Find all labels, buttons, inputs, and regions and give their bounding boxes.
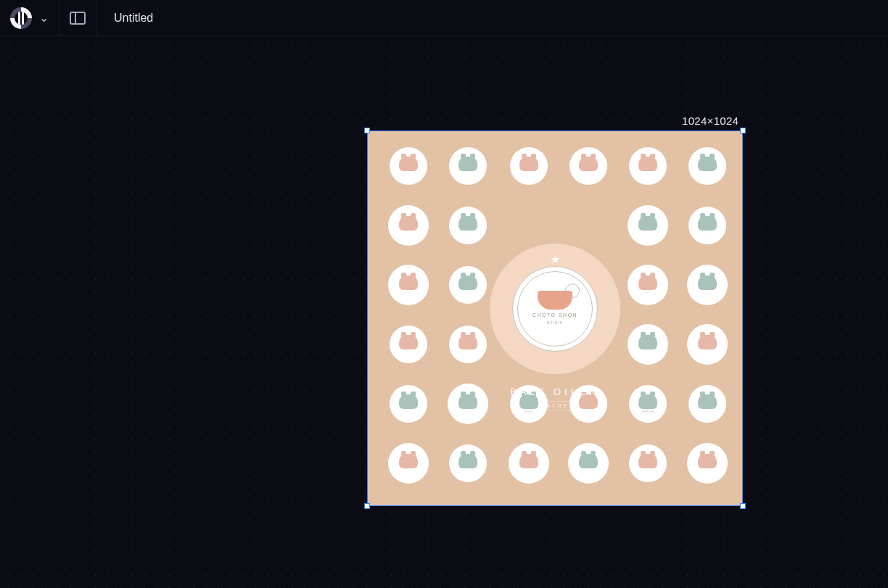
badge-item: ···: [688, 147, 726, 185]
badge-label: SALLE: [642, 410, 654, 414]
animal-icon: [519, 454, 538, 468]
badge-label: ···: [406, 232, 410, 236]
badge-item: ···: [510, 147, 548, 185]
animal-icon: [579, 157, 598, 171]
artboard-dimensions-label: 1024×1024: [682, 115, 739, 127]
badge-label: ···: [646, 470, 649, 473]
badge-item: ···: [629, 147, 667, 185]
badge-item: SALLE: [629, 385, 667, 423]
animal-icon: [399, 276, 418, 290]
badge-label: ···: [705, 410, 709, 414]
panel-icon: [70, 12, 86, 25]
badge-item: ···: [570, 444, 607, 482]
panel-toggle-button[interactable]: [59, 0, 96, 36]
badge-item: ···: [449, 147, 487, 185]
badge-item: ···: [688, 266, 726, 304]
badge-label: ···: [586, 410, 590, 414]
badge-label: ···: [466, 291, 469, 295]
badge-label: ···: [646, 291, 649, 295]
badge-label: ···: [705, 173, 709, 176]
animal-icon: [399, 216, 418, 231]
badge-label: ···: [705, 232, 709, 236]
badge-item: ···: [629, 266, 667, 304]
app-menu-button[interactable]: ⌄: [0, 0, 59, 36]
badge-label: ···: [406, 410, 410, 414]
animal-icon: [698, 157, 717, 171]
center-medallion: ★ CHOTO SHON BAIBIE: [490, 244, 620, 374]
badge-label: ···: [705, 351, 709, 355]
brand-text: BALT OILEN BALNE: [510, 386, 600, 410]
animal-icon: [638, 394, 657, 409]
badge-item: ···: [390, 266, 427, 304]
brand-subtitle: BALNE: [537, 401, 573, 410]
animal-icon: [459, 335, 477, 349]
badge-item: ···: [390, 147, 427, 185]
badge-label: ···: [406, 470, 410, 473]
badge-item: ···: [688, 326, 726, 363]
animal-icon: [459, 157, 477, 171]
badge-label: ···: [586, 173, 590, 176]
badge-label: VOLI: [525, 410, 533, 414]
animal-icon: [459, 454, 477, 468]
badge-label: ···: [466, 470, 469, 473]
badge-label: ···: [527, 470, 530, 473]
badge-label: ···: [406, 173, 410, 176]
badge-label: ···: [705, 470, 709, 473]
badge-item: ···: [510, 444, 548, 482]
badge-item: ···: [449, 207, 487, 244]
badge-label: ···: [586, 470, 590, 473]
badge-label: ···: [466, 232, 469, 236]
animal-icon: [459, 276, 477, 290]
badge-item: ···: [390, 207, 427, 244]
badge-item: ···: [390, 326, 427, 363]
medallion-subtitle: BAIBIE: [547, 320, 563, 325]
badge-label: ···: [646, 173, 649, 176]
badge-item: ···: [629, 326, 667, 363]
badge-label: ···: [705, 291, 709, 295]
animal-icon: [459, 394, 477, 409]
badge-label: ···: [466, 351, 469, 355]
animal-icon: [459, 216, 477, 231]
badge-label: ···: [466, 173, 469, 176]
animal-icon: [399, 454, 418, 468]
badge-item: ···: [390, 444, 427, 482]
badge-item: ···: [449, 266, 487, 304]
badge-item: ···: [449, 444, 487, 482]
animal-icon: [399, 335, 418, 349]
animal-icon: [698, 216, 717, 231]
animal-icon: [579, 454, 598, 468]
animal-icon: [638, 157, 657, 171]
topbar: ⌄ Untitled: [0, 0, 888, 36]
medallion-title: CHOTO SHON: [533, 312, 577, 318]
artboard-content[interactable]: ········································…: [368, 131, 742, 505]
animal-icon: [698, 454, 717, 468]
chevron-down-icon: ⌄: [39, 11, 49, 25]
animal-icon: [698, 394, 717, 409]
badge-item: ···: [449, 385, 487, 423]
animal-icon: [638, 216, 657, 231]
star-icon: ★: [550, 252, 560, 266]
animal-icon: [638, 276, 657, 290]
badge-item: ···: [688, 207, 726, 244]
badge-item: ···: [688, 385, 726, 423]
badge-item: ···: [688, 444, 726, 482]
badge-label: ···: [466, 410, 469, 414]
animal-icon: [519, 157, 538, 171]
brand-name: BALT OILEN: [510, 386, 600, 397]
document-title[interactable]: Untitled: [96, 12, 153, 25]
badge-item: ···: [390, 385, 427, 423]
badge-label: ···: [646, 351, 649, 355]
animal-icon: [698, 335, 717, 349]
animal-icon: [399, 157, 418, 171]
animal-icon: [698, 276, 717, 290]
animal-icon: [638, 454, 657, 468]
animal-icon: [399, 394, 418, 409]
badge-item: ···: [570, 147, 607, 185]
badge-label: ···: [646, 232, 649, 236]
badge-label: ···: [527, 173, 530, 176]
tub-icon: [538, 291, 572, 310]
badge-item: ···: [449, 326, 487, 363]
badge-item: ···: [629, 207, 667, 244]
badge-label: ···: [406, 291, 410, 295]
animal-icon: [638, 335, 657, 349]
